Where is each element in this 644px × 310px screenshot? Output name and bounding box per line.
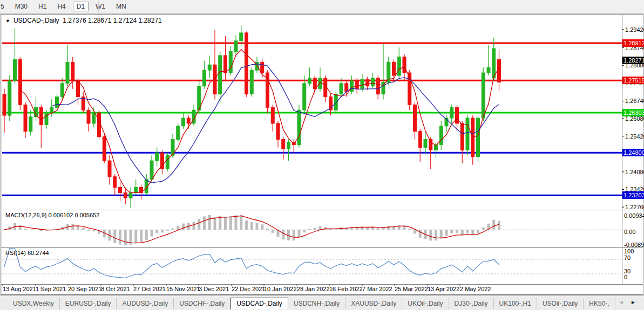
candle: [113, 177, 117, 188]
chart-tab-dj30-daily[interactable]: DJ30-,Daily: [449, 298, 494, 309]
candle: [355, 81, 358, 89]
candle: [13, 59, 17, 81]
candle: [166, 155, 169, 169]
chart-tab-eurusd-daily[interactable]: EURUSD-,Daily: [60, 298, 117, 309]
date-label: 10 Jan 2022: [264, 286, 297, 292]
candle: [366, 79, 369, 86]
price-tick-label: 1.22760: [625, 204, 643, 210]
candle: [29, 117, 32, 132]
chart-tab-uk100-h1[interactable]: UK100-,H1: [494, 298, 537, 309]
chart-canvas[interactable]: [0, 0, 644, 310]
date-label: 13 Aug 2021: [3, 286, 36, 292]
symbol-tab-bar: USDX,WeeklyEURUSD-,DailyAUDUSD-,DailyUSD…: [0, 295, 644, 310]
candle: [60, 84, 64, 97]
tab-scroll-right-icon[interactable]: ►: [631, 299, 636, 305]
date-label: 25 Mar 2022: [395, 286, 428, 292]
candle: [334, 94, 337, 111]
price-tick-label: 1.25420: [625, 133, 643, 140]
candle: [466, 118, 469, 150]
terminal-window: 5M30H1H4D1W1MN ▼USDCAD-,Daily 1.27376 1.…: [0, 0, 644, 310]
chart-tab-usdcad-daily[interactable]: USDCAD-,Daily: [231, 298, 288, 309]
indicator-tick-label: 0.009345: [624, 212, 644, 219]
chart-title: ▼USDCAD-,Daily 1.27376 1.28671 1.27124 1…: [5, 17, 162, 24]
candle: [92, 113, 96, 123]
rsi-label: RSI(14) 60.2744: [5, 250, 49, 256]
level-price-badge: 1.26303: [622, 109, 644, 116]
chart-ohlc-values: 1.27376 1.28671 1.27124 1.28271: [63, 17, 162, 24]
chart-symbol-label: USDCAD-,Daily: [13, 17, 59, 24]
candle: [429, 140, 432, 150]
date-label: 3 Dec 2021: [199, 286, 229, 292]
chart-dropdown-icon[interactable]: ▼: [5, 18, 10, 24]
date-label: 13 Apr 2022: [428, 286, 459, 292]
candle: [129, 192, 132, 198]
date-label: 28 Jan 2022: [297, 286, 330, 292]
candle: [66, 62, 69, 84]
candle: [413, 105, 417, 131]
price-tick-label: 1.29420: [625, 26, 643, 33]
price-tick-label: 1.26740: [625, 98, 643, 104]
candle: [219, 56, 222, 94]
chart-tab-usoil-daily[interactable]: USOil-,Daily: [537, 298, 584, 309]
candle: [87, 110, 90, 123]
candle: [345, 84, 348, 92]
candle: [18, 59, 22, 105]
candle: [261, 62, 264, 73]
candle: [456, 107, 459, 123]
candle: [208, 65, 211, 70]
indicator-tick-label: 70: [624, 254, 631, 261]
date-label: 15 Nov 2021: [166, 286, 200, 292]
tab-scroll-left-icon[interactable]: ◄: [619, 299, 624, 305]
candle: [403, 57, 406, 73]
candle: [124, 192, 127, 198]
chart-tab-usdcnh-daily[interactable]: USDCNH-,Daily: [288, 298, 345, 309]
candle: [98, 113, 101, 136]
candle: [71, 62, 74, 81]
candle: [24, 105, 27, 131]
candle: [77, 81, 80, 97]
candle: [392, 62, 396, 75]
chart-tab-ukoil-daily[interactable]: UKOil-,Daily: [402, 298, 449, 309]
chart-tab-audusd-daily[interactable]: AUDUSD-,Daily: [117, 298, 174, 309]
candle: [103, 137, 106, 161]
date-label: 2 May 2022: [460, 286, 491, 292]
date-label: 8 Oct 2021: [101, 286, 130, 292]
chart-tab-usdx-weekly[interactable]: USDX,Weekly: [8, 298, 60, 309]
candle: [350, 81, 354, 92]
candle: [240, 33, 243, 41]
candle: [460, 123, 464, 150]
candle: [482, 73, 485, 118]
current-price-badge: 1.28271: [622, 57, 644, 64]
chart-tab-xauusd-daily[interactable]: XAUUSD-,Daily: [345, 298, 402, 309]
candle: [182, 118, 185, 126]
candle: [439, 126, 443, 145]
candle: [134, 188, 138, 193]
chart-tab-usdchf-daily[interactable]: USDCHF-,Daily: [174, 298, 231, 309]
candle: [282, 140, 285, 149]
level-price-badge: 1.27515: [622, 77, 644, 84]
candle: [371, 78, 375, 86]
candle: [498, 59, 501, 82]
candle: [271, 107, 274, 123]
candle: [297, 110, 301, 144]
candle: [245, 33, 248, 94]
candle: [108, 161, 111, 177]
date-label: 27 Oct 2021: [133, 286, 166, 292]
candle: [340, 84, 343, 94]
candle: [424, 140, 427, 148]
indicator-tick-label: 100: [624, 248, 634, 254]
candle: [224, 56, 227, 73]
price-tick-label: 1.24080: [625, 169, 643, 175]
candle: [450, 107, 453, 118]
level-price-badge: 1.23203: [622, 191, 644, 199]
chart-tab-hk50[interactable]: HK50-,: [584, 298, 615, 309]
slow-ma-line: [52, 64, 499, 183]
rsi-line: [4, 249, 499, 278]
chart-window-border: [1, 15, 643, 295]
candle: [8, 81, 11, 115]
candle: [313, 78, 316, 89]
candle: [39, 107, 43, 125]
candle: [187, 118, 190, 123]
candle: [397, 57, 401, 75]
candle: [308, 78, 311, 84]
